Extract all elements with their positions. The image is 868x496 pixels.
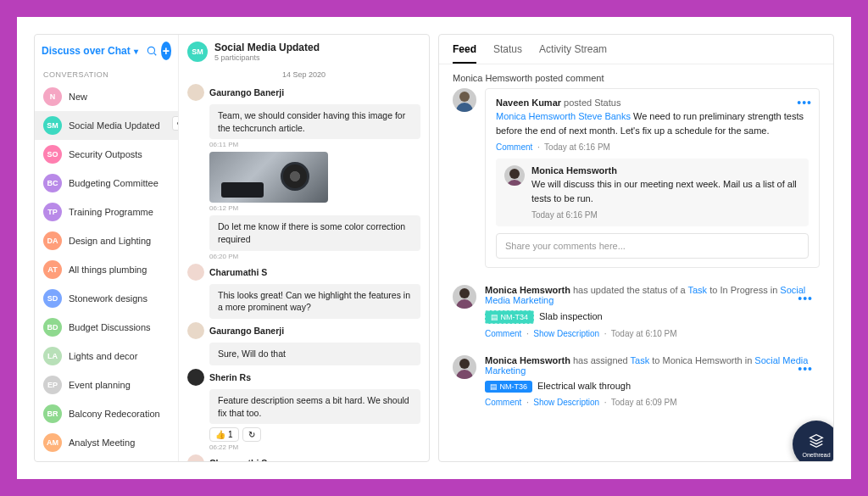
message-avatar bbox=[187, 369, 204, 386]
conversation-item[interactable]: SMSocial Media Updated••• bbox=[35, 111, 178, 140]
feed-panel: FeedStatusActivity Stream Monica Hemswor… bbox=[438, 34, 834, 462]
conversation-avatar: LA bbox=[43, 347, 62, 365]
message-author: Gaurango Banerji bbox=[209, 87, 284, 98]
message-avatar bbox=[187, 322, 204, 339]
conversation-item[interactable]: BRBalcony Redecoration bbox=[35, 399, 178, 428]
add-chat-button[interactable]: + bbox=[161, 42, 172, 60]
feed-time: Today at 6:16 PM bbox=[544, 142, 610, 152]
comment-link[interactable]: Comment bbox=[496, 142, 532, 152]
conversation-avatar: DA bbox=[43, 231, 62, 250]
search-icon[interactable] bbox=[146, 42, 158, 60]
conversation-label: Training Programme bbox=[69, 207, 153, 217]
reaction-add[interactable]: ↻ bbox=[242, 427, 261, 442]
message-image[interactable] bbox=[209, 152, 328, 203]
conversation-avatar: SM bbox=[43, 116, 62, 135]
feed-item: ••• Monica Hemsworth has assigned Task t… bbox=[453, 355, 820, 415]
message-author: Sherin Rs bbox=[209, 372, 251, 382]
date-separator: 14 Sep 2020 bbox=[179, 69, 429, 81]
message-avatar bbox=[187, 454, 204, 461]
reaction-bar: 👍 1↻ bbox=[209, 427, 420, 442]
feed-subheader: Monica Hemsworth posted comment bbox=[439, 64, 833, 88]
feed-tabs: FeedStatusActivity Stream bbox=[439, 35, 833, 64]
feed-tab[interactable]: Feed bbox=[453, 43, 476, 64]
message-author: Gaurango Banerji bbox=[209, 326, 284, 336]
feed-body: ••• Naveen Kumar posted Status Monica He… bbox=[439, 88, 833, 461]
conversation-avatar: TP bbox=[43, 203, 62, 221]
conversation-item[interactable]: SOSecurity Outposts bbox=[35, 140, 178, 169]
comment-author: Monica Hemsworth bbox=[531, 165, 800, 176]
reaction-thumbsup[interactable]: 👍 1 bbox=[209, 427, 239, 442]
chat-main: SM Social Media Updated 5 participants 1… bbox=[179, 35, 429, 461]
message-bubble: Sure, Will do that bbox=[209, 343, 420, 365]
message-author-row: Sherin Rs bbox=[187, 369, 420, 386]
message-time: 06:12 PM bbox=[209, 204, 420, 212]
more-icon[interactable]: ••• bbox=[172, 116, 178, 131]
conversation-label: All things plumbing bbox=[69, 265, 147, 275]
conversation-item[interactable]: NNew bbox=[35, 82, 178, 111]
feed-item: ••• Monica Hemsworth has updated the sta… bbox=[453, 285, 820, 347]
feed-time: Today at 6:09 PM bbox=[611, 398, 677, 407]
feed-author: Naveen Kumar bbox=[496, 98, 561, 108]
feed-tab[interactable]: Status bbox=[493, 43, 522, 64]
conversation-item[interactable]: LALights and decor bbox=[35, 342, 178, 371]
conversation-item[interactable]: BCBudgeting Committee bbox=[35, 169, 178, 198]
show-description-link[interactable]: Show Description bbox=[533, 329, 599, 338]
svg-point-0 bbox=[147, 47, 154, 53]
feed-mentions[interactable]: Monica Hemsworth Steve Banks bbox=[496, 111, 631, 121]
feed-card: ••• Monica Hemsworth has assigned Task t… bbox=[485, 355, 820, 407]
feed-avatar bbox=[453, 88, 476, 112]
section-label: CONVERSATION bbox=[35, 67, 178, 82]
message-bubble: Feature description seems a bit hard. We… bbox=[209, 389, 420, 424]
conversation-item[interactable]: SDStonework designs bbox=[35, 284, 178, 313]
room-subtitle: 5 participants bbox=[214, 53, 320, 62]
conversation-item[interactable]: BDBudget Discussions bbox=[35, 313, 178, 342]
conversation-label: Balcony Redecoration bbox=[69, 409, 160, 419]
conversation-item[interactable]: DADesign and Lighting bbox=[35, 226, 178, 255]
feed-card: ••• Monica Hemsworth has updated the sta… bbox=[485, 285, 820, 338]
feed-verb: posted Status bbox=[564, 98, 620, 108]
conversation-label: New bbox=[69, 92, 87, 102]
conversation-item[interactable]: EPEvent planning bbox=[35, 371, 178, 399]
conversation-label: Design and Lighting bbox=[69, 236, 151, 246]
comment-link[interactable]: Comment bbox=[485, 329, 521, 338]
feed-verb: has updated the status of a bbox=[570, 285, 688, 295]
conversation-avatar: N bbox=[43, 87, 62, 106]
message-time: 06:11 PM bbox=[209, 141, 420, 148]
message-list: Gaurango BanerjiTeam, we should consider… bbox=[179, 81, 429, 461]
show-description-link[interactable]: Show Description bbox=[533, 398, 599, 407]
conversation-item[interactable]: TPTraining Programme bbox=[35, 198, 178, 226]
task-badge[interactable]: ▤ NM-T36 bbox=[485, 381, 532, 393]
conversation-item[interactable]: AMAnalyst Meeting bbox=[35, 428, 178, 457]
chat-panel: Discuss over Chat ▾ + CONVERSATION NNewS… bbox=[34, 34, 430, 462]
conversation-label: Analyst Meeting bbox=[69, 437, 135, 448]
chat-sidebar: Discuss over Chat ▾ + CONVERSATION NNewS… bbox=[35, 35, 179, 461]
conversation-label: Stonework designs bbox=[69, 293, 147, 304]
task-link[interactable]: Task bbox=[631, 355, 650, 365]
task-link[interactable]: Task bbox=[687, 285, 707, 295]
comment-input[interactable]: Share your comments here... bbox=[496, 233, 809, 259]
message-time: 06:22 PM bbox=[209, 443, 420, 451]
message-time: 06:20 PM bbox=[209, 253, 420, 260]
conversation-label: Event planning bbox=[69, 380, 131, 390]
feed-tab[interactable]: Activity Stream bbox=[539, 43, 607, 64]
feed-author: Monica Hemsworth bbox=[485, 355, 570, 365]
chat-dropdown[interactable]: Discuss over Chat ▾ bbox=[42, 45, 139, 57]
room-title: Social Media Updated bbox=[214, 42, 320, 53]
message-author-row: Charumathi S bbox=[187, 454, 420, 461]
nested-comment: Monica Hemsworth We will discuss this in… bbox=[496, 159, 809, 226]
more-icon[interactable]: ••• bbox=[797, 96, 812, 109]
comment-link[interactable]: Comment bbox=[485, 398, 521, 407]
brand-logo: Onethread bbox=[793, 421, 834, 462]
comment-body: We will discuss this in our meeting next… bbox=[531, 177, 800, 205]
task-title: Electrical walk through bbox=[537, 381, 631, 391]
message-bubble: Do let me know if there is some color co… bbox=[209, 215, 420, 250]
message-avatar bbox=[187, 264, 204, 281]
task-badge[interactable]: ▤ NM-T34 bbox=[485, 310, 534, 324]
caret-down-icon: ▾ bbox=[132, 47, 139, 56]
conversation-avatar: AM bbox=[43, 433, 62, 452]
conversation-label: Lights and decor bbox=[69, 351, 137, 361]
feed-author: Monica Hemsworth bbox=[485, 285, 570, 295]
conversation-item[interactable]: ATAll things plumbing bbox=[35, 255, 178, 284]
message-author: Charumathi S bbox=[209, 267, 267, 277]
feed-item: ••• Naveen Kumar posted Status Monica He… bbox=[453, 88, 820, 276]
